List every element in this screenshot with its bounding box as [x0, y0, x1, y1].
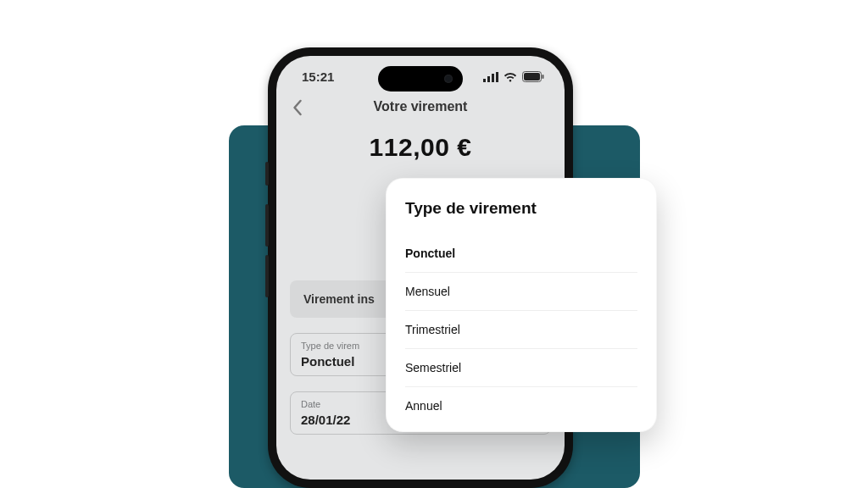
svg-rect-2	[492, 74, 494, 82]
status-time: 15:21	[302, 69, 334, 84]
battery-icon	[522, 71, 544, 82]
phone-side-button	[265, 204, 269, 247]
back-button[interactable]	[292, 99, 303, 116]
dynamic-island	[378, 66, 463, 92]
svg-rect-6	[542, 75, 544, 79]
popup-option-annuel[interactable]: Annuel	[405, 386, 637, 424]
svg-rect-3	[496, 72, 498, 82]
svg-rect-4	[523, 72, 542, 82]
chevron-left-icon	[292, 99, 303, 116]
phone-side-button	[265, 162, 269, 186]
cellular-icon	[483, 72, 498, 82]
transfer-amount: 112,00 €	[276, 133, 565, 162]
instant-transfer-label: Virement ins	[303, 292, 375, 306]
page-title: Votre virement	[374, 99, 468, 114]
popup-option-mensuel[interactable]: Mensuel	[405, 272, 637, 310]
svg-rect-1	[487, 76, 490, 82]
camera-dot-icon	[444, 75, 453, 83]
popup-option-trimestriel[interactable]: Trimestriel	[405, 310, 637, 348]
svg-rect-5	[524, 73, 540, 80]
svg-rect-0	[483, 79, 486, 82]
phone-side-button	[265, 255, 269, 297]
popup-title: Type de virement	[405, 199, 637, 218]
nav-bar: Votre virement	[276, 99, 565, 114]
popup-option-semestriel[interactable]: Semestriel	[405, 348, 637, 386]
wifi-icon	[504, 72, 517, 82]
transfer-type-popup: Type de virement Ponctuel Mensuel Trimes…	[386, 178, 657, 432]
popup-option-ponctuel[interactable]: Ponctuel	[405, 235, 637, 272]
